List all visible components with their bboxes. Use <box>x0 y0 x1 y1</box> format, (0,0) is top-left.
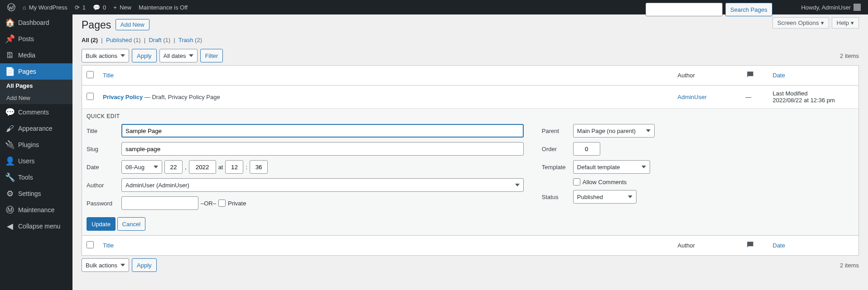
page-title: Pages <box>82 19 111 31</box>
menu-dashboard[interactable]: 🏠Dashboard <box>0 14 72 31</box>
menu-users[interactable]: 👤Users <box>0 153 72 169</box>
menu-comments[interactable]: 💬Comments <box>0 104 72 120</box>
comments-link[interactable]: 💬0 <box>89 0 110 14</box>
qe-parent-select[interactable]: Main Page (no parent) <box>573 124 655 138</box>
collapse-icon: ◀ <box>5 222 14 231</box>
qe-status-select[interactable]: Published <box>573 190 637 204</box>
collapse-menu[interactable]: ◀Collapse menu <box>0 218 72 234</box>
qe-private-checkbox[interactable] <box>218 200 226 207</box>
my-account-link[interactable]: Howdy, AdminUser <box>797 0 864 14</box>
qe-year-input[interactable] <box>189 160 216 174</box>
plus-icon: + <box>113 4 117 11</box>
help-button[interactable]: Help ▾ <box>832 17 859 29</box>
plug-icon: 🔌 <box>5 140 14 149</box>
submenu-add-new[interactable]: Add New <box>0 92 72 104</box>
qe-date-label: Date <box>87 164 119 171</box>
qe-title-label: Title <box>87 128 119 134</box>
bulk-action-select-bottom[interactable]: Bulk actions <box>82 258 129 272</box>
qe-hour-input[interactable] <box>225 160 243 174</box>
qe-parent-label: Parent <box>542 128 571 134</box>
filter-trash[interactable]: Trash <box>178 37 193 43</box>
col-author-foot: Author <box>673 236 741 256</box>
site-name-link[interactable]: ⌂My WordPress <box>19 0 71 14</box>
update-button[interactable]: Update <box>87 217 116 231</box>
caret-down-icon: ▾ <box>851 19 854 26</box>
qe-allow-comments-checkbox[interactable] <box>573 178 580 185</box>
search-pages-button[interactable]: Search Pages <box>725 3 772 16</box>
menu-media[interactable]: 🖻Media <box>0 47 72 63</box>
filter-published[interactable]: Published <box>106 37 132 43</box>
add-new-page-button[interactable]: Add New <box>116 19 149 30</box>
sliders-icon: ⚙ <box>5 189 14 198</box>
row-author-link[interactable]: AdminUser <box>678 94 707 100</box>
qe-title-input[interactable] <box>121 124 524 138</box>
col-comments[interactable] <box>741 66 768 86</box>
qe-minute-input[interactable] <box>250 160 268 174</box>
item-count-bottom: 2 items <box>840 262 859 269</box>
col-date[interactable]: Date <box>773 72 785 79</box>
avatar <box>854 4 861 11</box>
qe-template-select[interactable]: Default template <box>573 160 650 174</box>
qe-author-select[interactable]: AdminUser (AdminUser) <box>121 178 524 192</box>
wrench-icon: 🔧 <box>5 173 14 182</box>
media-icon: 🖻 <box>5 51 14 60</box>
menu-maintenance[interactable]: ⓂMaintenance <box>0 202 72 218</box>
home-icon: ⌂ <box>23 4 26 11</box>
wp-logo[interactable] <box>4 0 19 14</box>
bulk-apply-button[interactable]: Apply <box>132 49 157 62</box>
quick-edit-row: QUICK EDIT Title Slug <box>82 109 859 236</box>
qe-day-input[interactable] <box>164 160 183 174</box>
menu-plugins[interactable]: 🔌Plugins <box>0 137 72 153</box>
qe-password-input[interactable] <box>121 196 198 210</box>
menu-settings[interactable]: ⚙Settings <box>0 185 72 202</box>
comment-icon: 💬 <box>93 4 100 11</box>
qe-private-label: Private <box>228 200 246 207</box>
or-label: –OR– <box>201 200 216 207</box>
col-title-foot[interactable]: Title <box>103 242 114 249</box>
dashboard-icon: 🏠 <box>5 18 14 27</box>
updates-link[interactable]: ⟳1 <box>71 0 89 14</box>
cancel-button[interactable]: Cancel <box>117 217 145 231</box>
new-content-link[interactable]: +New <box>110 0 135 14</box>
filter-all[interactable]: All (2) <box>82 37 98 43</box>
search-input[interactable] <box>646 3 723 16</box>
caret-down-icon: ▾ <box>821 19 824 26</box>
qe-author-label: Author <box>87 182 119 189</box>
menu-tools[interactable]: 🔧Tools <box>0 169 72 185</box>
qe-slug-input[interactable] <box>121 142 524 156</box>
comments-icon: 💬 <box>5 108 14 117</box>
col-author: Author <box>673 66 741 86</box>
bulk-action-select[interactable]: Bulk actions <box>82 49 129 62</box>
qe-password-label: Password <box>87 200 119 207</box>
menu-pages[interactable]: 📄Pages <box>0 63 72 80</box>
maintenance-status[interactable]: Maintenance is Off <box>135 0 191 14</box>
qe-order-label: Order <box>542 146 571 152</box>
qe-month-select[interactable]: 08-Aug <box>121 160 162 174</box>
row-title-link[interactable]: Privacy Policy <box>103 94 143 100</box>
table-row: Privacy Policy — Draft, Privacy Policy P… <box>82 86 859 109</box>
screen-options-button[interactable]: Screen Options ▾ <box>772 17 829 29</box>
menu-appearance[interactable]: 🖌Appearance <box>0 120 72 137</box>
bulk-apply-button-bottom[interactable]: Apply <box>132 258 157 272</box>
select-all-top[interactable] <box>87 71 94 78</box>
qe-allow-comments-label: Allow Comments <box>583 179 627 185</box>
date-filter-select[interactable]: All dates <box>159 49 198 62</box>
submenu-all-pages[interactable]: All Pages <box>0 80 72 92</box>
col-title[interactable]: Title <box>103 72 114 79</box>
menu-posts[interactable]: 📌Posts <box>0 31 72 47</box>
qe-status-label: Status <box>542 194 571 200</box>
status-filters: All (2) | Published (1) | Draft (1) | Tr… <box>82 37 859 43</box>
col-date-foot[interactable]: Date <box>773 242 785 249</box>
filter-draft[interactable]: Draft <box>149 37 161 43</box>
item-count: 2 items <box>840 52 859 59</box>
post-state: — Draft, Privacy Policy Page <box>143 94 220 100</box>
col-comments-foot[interactable] <box>741 236 768 256</box>
at-label: at <box>218 164 223 171</box>
row-comments: — <box>741 86 768 109</box>
brush-icon: 🖌 <box>5 124 14 133</box>
select-all-bottom[interactable] <box>87 241 94 248</box>
filter-button[interactable]: Filter <box>200 49 223 62</box>
row-checkbox[interactable] <box>87 93 94 100</box>
qe-order-input[interactable] <box>573 142 600 156</box>
user-icon: 👤 <box>5 157 14 166</box>
